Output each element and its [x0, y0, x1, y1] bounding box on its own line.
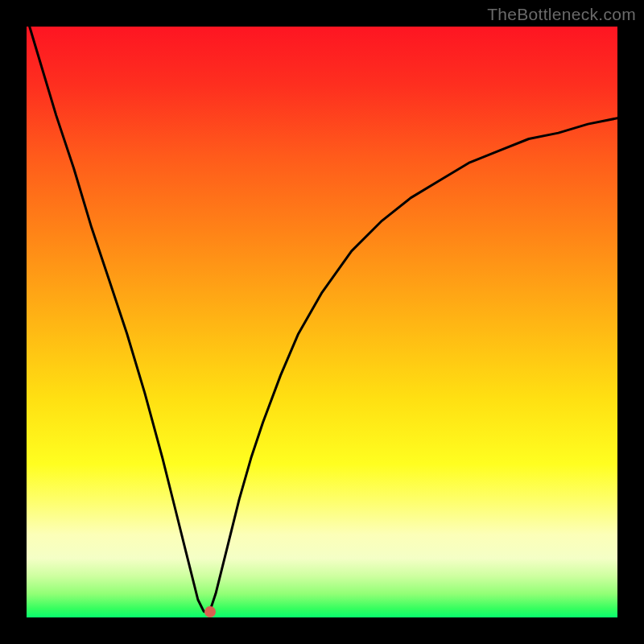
curve-minimum-marker: [204, 606, 216, 617]
bottleneck-curve: [27, 27, 617, 617]
watermark-text: TheBottleneck.com: [487, 5, 636, 24]
plot-area: [27, 27, 617, 617]
chart-frame: TheBottleneck.com: [0, 0, 644, 644]
